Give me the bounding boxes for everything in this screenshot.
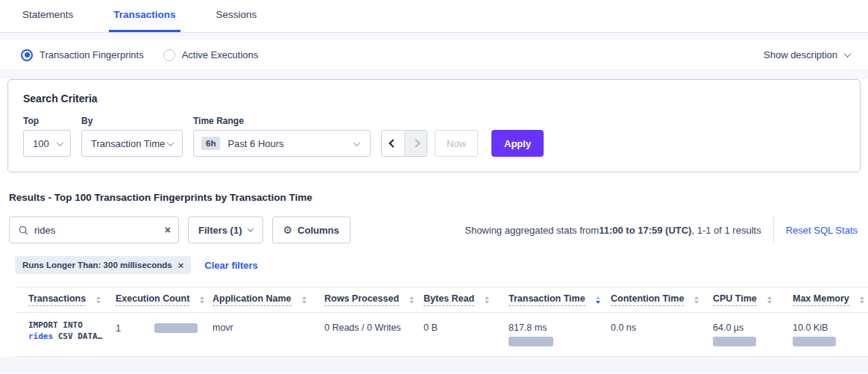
caret-right-icon: [412, 139, 420, 147]
sort-icon: [409, 296, 414, 304]
time-nav-group: [381, 130, 427, 157]
time-range-field: Time Range 6h Past 6 Hours: [193, 116, 371, 157]
spacer: [0, 33, 868, 40]
sort-icon: [860, 296, 864, 304]
search-box[interactable]: ×: [9, 216, 179, 243]
chevron-down-icon: [167, 139, 174, 146]
top-label: Top: [23, 116, 71, 126]
filters-button[interactable]: Filters (1): [188, 216, 263, 243]
col-header-application-name[interactable]: Application Name: [213, 287, 324, 313]
radio-unselected-icon: [163, 49, 175, 61]
search-input[interactable]: [34, 225, 165, 236]
col-header-transaction-time[interactable]: Transaction Time: [509, 287, 611, 313]
table-header-row: Transactions Execution Count Application…: [15, 287, 868, 313]
search-icon: [19, 225, 28, 235]
aggregated-stats-text: Showing aggregated stats from 11:00 to 1…: [465, 225, 761, 236]
sort-icon: [200, 296, 204, 304]
cpu-time-value: 64.0 µs: [713, 322, 793, 333]
radio-selected-icon: [21, 49, 33, 61]
filter-pill-label: Runs Longer Than: 300 milliseconds: [22, 261, 172, 269]
time-range-label: Time Range: [193, 116, 371, 126]
sort-icon: [694, 296, 699, 304]
bytes-read-cell: 0 B: [424, 313, 509, 357]
stats-suffix: , 1-1 of 1 results: [691, 225, 761, 236]
transaction-fingerprint-link[interactable]: IMPORT INTO rides CSV DATA…: [15, 313, 116, 357]
by-label: By: [81, 116, 183, 126]
top-field: Top 100: [23, 116, 71, 157]
max-memory-bar: [793, 337, 836, 346]
cpu-time-cell: 64.0 µs: [713, 313, 793, 357]
divider: [773, 217, 774, 243]
chevron-down-icon: [247, 225, 253, 231]
sort-icon: [767, 296, 772, 304]
max-memory-cell: 10.0 KiB: [793, 313, 868, 357]
radio-active-executions[interactable]: Active Executions: [163, 49, 259, 61]
contention-time-cell: 0.0 ns: [611, 313, 713, 357]
show-description-label: Show description: [764, 49, 837, 60]
by-field: By Transaction Time: [81, 116, 183, 157]
results-table: Transactions Execution Count Application…: [15, 287, 868, 357]
query-rest: CSV DATA…: [53, 331, 102, 341]
page-bottom-background: [0, 357, 868, 373]
rows-processed-cell: 0 Reads / 0 Writes: [324, 313, 424, 357]
sort-icon: [302, 296, 306, 304]
chevron-down-icon: [353, 139, 361, 146]
transaction-time-value: 817.8 ms: [509, 322, 611, 333]
clear-search-icon[interactable]: ×: [165, 225, 171, 235]
remove-filter-icon[interactable]: ×: [178, 261, 184, 270]
columns-label: Columns: [298, 225, 339, 236]
query-line-2: rides CSV DATA…: [28, 331, 116, 342]
spacer: [0, 70, 868, 79]
time-range-select[interactable]: 6h Past 6 Hours: [193, 130, 371, 157]
chevron-down-icon: [57, 139, 64, 146]
max-memory-value: 10.0 KiB: [793, 322, 868, 333]
radio-label: Transaction Fingerprints: [40, 49, 144, 60]
time-next-button[interactable]: [404, 131, 427, 156]
sort-icon: [596, 296, 600, 304]
filters-label: Filters (1): [198, 225, 242, 236]
results-controls: × Filters (1) ⚙ Columns Showing aggregat…: [9, 216, 859, 243]
col-header-execution-count[interactable]: Execution Count: [116, 287, 213, 313]
top-select[interactable]: 100: [23, 130, 71, 157]
by-select[interactable]: Transaction Time: [81, 130, 183, 157]
transaction-time-cell: 817.8 ms: [509, 313, 611, 357]
col-header-contention-time[interactable]: Contention Time: [611, 287, 713, 313]
cpu-time-bar: [713, 337, 756, 346]
top-tab-bar: Statements Transactions Sessions: [0, 0, 868, 33]
tab-sessions[interactable]: Sessions: [212, 0, 262, 32]
execution-count-bar: [154, 323, 198, 333]
active-filters-row: Runs Longer Than: 300 milliseconds × Cle…: [15, 256, 859, 274]
execution-count-value: 1: [116, 322, 121, 334]
top-select-value: 100: [33, 138, 49, 149]
search-criteria-card: Search Criteria Top 100 By Transaction T…: [7, 79, 861, 172]
time-prev-button[interactable]: [382, 131, 404, 156]
transaction-time-bar: [509, 337, 553, 346]
filter-pill: Runs Longer Than: 300 milliseconds ×: [15, 256, 191, 274]
table-row: IMPORT INTO rides CSV DATA… 1 movr 0 Rea…: [15, 313, 868, 357]
application-name-cell: movr: [213, 313, 324, 357]
reset-sql-stats-link[interactable]: Reset SQL Stats: [786, 225, 858, 236]
radio-transaction-fingerprints[interactable]: Transaction Fingerprints: [21, 49, 144, 61]
col-header-cpu-time[interactable]: CPU Time: [713, 287, 793, 313]
search-criteria-title: Search Criteria: [23, 93, 845, 105]
tab-statements[interactable]: Statements: [18, 0, 78, 32]
caret-left-icon: [389, 139, 397, 147]
execution-count-cell: 1: [116, 313, 213, 357]
show-description-toggle[interactable]: Show description: [764, 49, 850, 60]
col-header-transactions[interactable]: Transactions: [15, 287, 116, 313]
results-heading: Results - Top 100 Transaction Fingerprin…: [9, 192, 859, 203]
col-header-rows-processed[interactable]: Rows Processed: [324, 287, 424, 313]
by-select-value: Transaction Time: [91, 138, 165, 149]
clear-filters-link[interactable]: Clear filters: [204, 260, 258, 271]
now-button[interactable]: Now: [435, 130, 478, 157]
columns-button[interactable]: ⚙ Columns: [272, 216, 350, 243]
chevron-down-icon: [844, 50, 852, 57]
tab-transactions[interactable]: Transactions: [109, 0, 180, 32]
stats-range: 11:00 to 17:59 (UTC): [599, 225, 691, 236]
col-header-max-memory[interactable]: Max Memory: [793, 287, 868, 313]
gear-icon: ⚙: [283, 224, 293, 236]
col-header-bytes-read[interactable]: Bytes Read: [424, 287, 509, 313]
sort-icon: [485, 296, 489, 304]
apply-button[interactable]: Apply: [491, 130, 544, 157]
stats-prefix: Showing aggregated stats from: [465, 225, 599, 236]
